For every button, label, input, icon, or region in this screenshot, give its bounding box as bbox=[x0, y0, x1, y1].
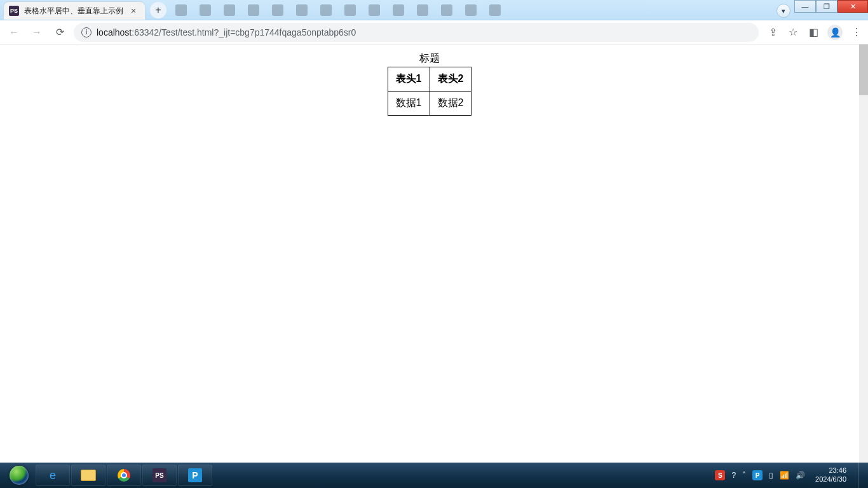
forward-button[interactable]: → bbox=[28, 24, 46, 41]
windows-orb-icon bbox=[10, 466, 29, 485]
tab-title: 表格水平居中、垂直靠上示例 bbox=[24, 6, 123, 17]
taskbar-app-p[interactable]: P bbox=[178, 464, 212, 486]
table-caption: 标题 bbox=[388, 52, 472, 65]
taskbar-app-explorer[interactable] bbox=[71, 464, 105, 486]
table-row: 数据1 数据2 bbox=[388, 92, 471, 116]
demo-table-wrap: 标题 表头1 表头2 数据1 数据2 bbox=[388, 52, 472, 116]
table-header-cell: 表头2 bbox=[430, 67, 471, 92]
back-button[interactable]: ← bbox=[5, 24, 23, 41]
system-tray: S ? ˄ P ▯ 📶 🔊 23:46 2024/6/30 bbox=[715, 463, 864, 488]
tray-ime-icon[interactable]: S bbox=[715, 470, 725, 480]
p-app-icon: P bbox=[188, 468, 202, 482]
window-close-button[interactable]: ✕ bbox=[837, 0, 868, 13]
start-button[interactable] bbox=[4, 464, 34, 486]
table-cell: 数据2 bbox=[430, 92, 471, 116]
chrome-icon bbox=[118, 469, 130, 482]
clock-time: 23:46 bbox=[815, 466, 846, 475]
table-header-cell: 表头1 bbox=[388, 67, 430, 92]
tab-favicon: PS bbox=[9, 6, 19, 16]
tray-help-icon[interactable]: ? bbox=[731, 471, 736, 480]
table-header-row: 表头1 表头2 bbox=[388, 67, 471, 92]
tab-close-icon[interactable]: × bbox=[128, 6, 139, 16]
side-panel-icon[interactable]: ◧ bbox=[807, 26, 820, 38]
ie-icon: e bbox=[50, 469, 56, 482]
windows-taskbar: e PS P S ? ˄ P ▯ 📶 🔊 23:46 2024/6/30 bbox=[0, 463, 868, 488]
address-bar[interactable]: i localhost:63342/Test/test.html?_ijt=cb… bbox=[74, 23, 759, 42]
active-tab[interactable]: PS 表格水平居中、垂直靠上示例 × bbox=[4, 2, 145, 20]
folder-icon bbox=[81, 470, 96, 481]
tray-chevron-up-icon[interactable]: ˄ bbox=[742, 471, 746, 480]
taskbar-app-ie[interactable]: e bbox=[36, 464, 70, 486]
window-controls: — ❐ ✕ bbox=[794, 0, 868, 13]
tray-volume-icon[interactable]: 🔊 bbox=[796, 471, 805, 480]
window-maximize-button[interactable]: ❐ bbox=[816, 0, 837, 13]
taskbar-app-phpstorm[interactable]: PS bbox=[142, 464, 177, 486]
taskbar-app-chrome[interactable] bbox=[107, 464, 141, 486]
url-text: localhost:63342/Test/test.html?_ijt=cbg7… bbox=[97, 27, 356, 37]
show-desktop-button[interactable] bbox=[858, 463, 864, 488]
tray-network-icon[interactable]: 📶 bbox=[780, 471, 789, 480]
url-path: :63342/Test/test.html?_ijt=cbg7p1744fqag… bbox=[132, 27, 356, 37]
tray-battery-icon[interactable]: ▯ bbox=[769, 471, 773, 480]
tabs-overflow-button[interactable]: ▾ bbox=[776, 4, 790, 18]
background-tabs-glimpse bbox=[170, 0, 868, 20]
browser-titlebar: PS 表格水平居中、垂直靠上示例 × + ▾ — ❐ ✕ bbox=[0, 0, 868, 20]
toolbar-actions: ⇪ ☆ ◧ 👤 ⋮ bbox=[766, 25, 863, 40]
reload-button[interactable]: ⟳ bbox=[51, 24, 69, 41]
site-info-icon[interactable]: i bbox=[81, 27, 92, 37]
chrome-menu-icon[interactable]: ⋮ bbox=[850, 26, 863, 38]
table-cell: 数据1 bbox=[388, 92, 430, 116]
demo-table: 表头1 表头2 数据1 数据2 bbox=[388, 67, 472, 116]
new-tab-button[interactable]: + bbox=[150, 2, 166, 18]
bookmark-star-icon[interactable]: ☆ bbox=[787, 26, 799, 38]
browser-toolbar: ← → ⟳ i localhost:63342/Test/test.html?_… bbox=[0, 20, 868, 44]
url-host: localhost bbox=[97, 27, 132, 37]
phpstorm-icon: PS bbox=[153, 468, 166, 482]
taskbar-clock[interactable]: 23:46 2024/6/30 bbox=[811, 466, 850, 484]
page-viewport: 标题 表头1 表头2 数据1 数据2 bbox=[0, 44, 868, 463]
vertical-scrollbar-thumb[interactable] bbox=[859, 44, 868, 95]
tabstrip: PS 表格水平居中、垂直靠上示例 × + bbox=[0, 0, 170, 20]
profile-avatar-icon[interactable]: 👤 bbox=[827, 25, 843, 40]
share-icon[interactable]: ⇪ bbox=[766, 26, 779, 38]
window-minimize-button[interactable]: — bbox=[794, 0, 816, 13]
tray-p-icon[interactable]: P bbox=[752, 470, 763, 480]
clock-date: 2024/6/30 bbox=[815, 475, 846, 484]
